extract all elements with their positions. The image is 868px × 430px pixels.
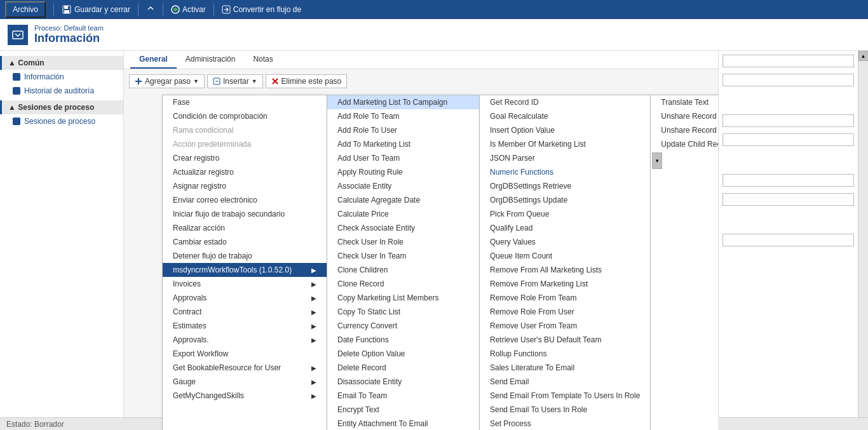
menu-item-json-parser[interactable]: JSON Parser — [480, 151, 650, 165]
activate-btn[interactable]: Activar — [171, 5, 206, 14]
menu-item-email-team[interactable]: Email To Team — [327, 389, 479, 403]
menu-item-msdyncrm[interactable]: msdyncrmWorkflowTools (1.0.52.0) ▶ — [163, 263, 327, 277]
menu-item-orgdb-retrieve[interactable]: OrgDBSettings Retrieve — [480, 179, 650, 193]
menu-item-queue-item-count[interactable]: Queue Item Count — [480, 249, 650, 263]
menu-item-currency[interactable]: Currency Convert — [327, 319, 479, 333]
sidebar: ▲ Común Información Historial de auditor… — [0, 51, 124, 430]
menu-item-contract[interactable]: Contract ▶ — [163, 305, 327, 319]
menu-item-remove-all-marketing[interactable]: Remove From All Marketing Lists — [480, 263, 650, 277]
menu-item-cambiar[interactable]: Cambiar estado — [163, 235, 327, 249]
form-field-1[interactable] — [722, 55, 854, 67]
form-field-7[interactable] — [722, 234, 854, 246]
menu-item-invoices[interactable]: Invoices ▶ — [163, 277, 327, 291]
menu-item-send-email[interactable]: Send Email — [480, 375, 650, 389]
menu-item-delete-record[interactable]: Delete Record — [327, 361, 479, 375]
menu-item-sales-lit[interactable]: Sales Literature To Email — [480, 361, 650, 375]
tab-general[interactable]: General — [130, 51, 177, 69]
menu-item-copy-static[interactable]: Copy To Static List — [327, 305, 479, 319]
menu-item-bookable[interactable]: Get BookableResource for User ▶ — [163, 361, 327, 375]
form-field-6[interactable] — [722, 193, 854, 206]
menu-item-unshare-user[interactable]: Unshare Record With User — [651, 123, 718, 137]
sidebar-item-historial[interactable]: Historial de auditoría — [0, 84, 123, 98]
menu-item-remove-role-user[interactable]: Remove Role From User — [480, 305, 650, 319]
scroll-up-btn[interactable]: ▲ — [858, 51, 869, 61]
vertical-scrollbar[interactable]: ▲ ▼ — [858, 51, 868, 430]
tab-administracion[interactable]: Administración — [177, 51, 245, 69]
menu-item-rama[interactable]: Rama condicional — [163, 123, 327, 137]
menu-item-check-assoc-entity[interactable]: Check Associate Entity — [327, 221, 479, 235]
menu-item-accion-pred[interactable]: Acción predeterminada — [163, 137, 327, 151]
menu-item-correo[interactable]: Enviar correo electrónico — [163, 193, 327, 207]
menu-item-translate[interactable]: Translate Text — [651, 95, 718, 109]
menu-item-actualizar[interactable]: Actualizar registro — [163, 165, 327, 179]
menu-item-query-values[interactable]: Query Values — [480, 235, 650, 249]
menu-item-add-role-team[interactable]: Add Role To Team — [327, 109, 479, 123]
sidebar-item-informacion[interactable]: Información — [0, 70, 123, 84]
attachment-btn[interactable] — [146, 5, 155, 14]
menu-item-detener[interactable]: Detener flujo de trabajo — [163, 249, 327, 263]
menu-item-check-user-role[interactable]: Check User In Role — [327, 235, 479, 249]
menu-item-associate-entity[interactable]: Associate Entity — [327, 179, 479, 193]
menu-item-add-role-user[interactable]: Add Role To User — [327, 123, 479, 137]
menu-item-condicion[interactable]: Condición de comprobación — [163, 109, 327, 123]
menu-item-realizar[interactable]: Realizar acción — [163, 221, 327, 235]
menu-item-remove-from-marketing[interactable]: Remove From Marketing List — [480, 277, 650, 291]
menu-item-qualify-lead[interactable]: Qualify Lead — [480, 221, 650, 235]
menu-item-calc-agg-date[interactable]: Calculate Agregate Date — [327, 193, 479, 207]
menu-item-send-email-template[interactable]: Send Email From Template To Users In Rol… — [480, 389, 650, 403]
menu-item-calc-price[interactable]: Calculate Price — [327, 207, 479, 221]
menu-item-update-child[interactable]: Update Child Records — [651, 137, 718, 151]
menu-item-approvals[interactable]: Approvals ▶ — [163, 291, 327, 305]
menu-item-entity-attach[interactable]: Entity Attachment To Email — [327, 417, 479, 430]
menu-item-goal-recalc[interactable]: Goal Recalculate — [480, 109, 650, 123]
menu-item-delete-option[interactable]: Delete Option Value — [327, 347, 479, 361]
menu-item-add-user-team[interactable]: Add User To Team — [327, 151, 479, 165]
menu-item-get-record-id[interactable]: Get Record ID — [480, 95, 650, 109]
menu-item-send-email-users[interactable]: Send Email To Users In Role — [480, 403, 650, 417]
insertar-button[interactable]: Insertar ▼ — [207, 74, 263, 88]
agregar-paso-button[interactable]: Agregar paso ▼ — [129, 74, 205, 88]
menu-item-add-to-marketing[interactable]: Add To Marketing List — [327, 137, 479, 151]
menu-item-remove-role-team[interactable]: Remove Role From Team — [480, 291, 650, 305]
menu-item-unshare-team[interactable]: Unshare Record With Team — [651, 109, 718, 123]
menu-item-date-functions[interactable]: Date Functions — [327, 333, 479, 347]
menu-item-encrypt[interactable]: Encrypt Text — [327, 403, 479, 417]
menu-item-crear[interactable]: Crear registro — [163, 151, 327, 165]
menu-item-pick-queue[interactable]: Pick From Queue — [480, 207, 650, 221]
menu-item-estimates[interactable]: Estimates ▶ — [163, 319, 327, 333]
form-field-2[interactable] — [722, 74, 854, 86]
menu-item-rollup[interactable]: Rollup Functions — [480, 347, 650, 361]
menu-item-gauge[interactable]: Gauge ▶ — [163, 375, 327, 389]
menu-item-numeric[interactable]: Numeric Functions — [480, 165, 650, 179]
menu-item-export[interactable]: Export Workflow — [163, 347, 327, 361]
archivo-button[interactable]: Archivo — [5, 1, 46, 18]
menu-item-retrieve-user-bu[interactable]: Retrieve User's BU Default Team — [480, 333, 650, 347]
save-icon-btn[interactable]: Guardar y cerrar — [62, 4, 130, 15]
menu-item-is-member[interactable]: Is Member Of Marketing List — [480, 137, 650, 151]
form-field-5[interactable] — [722, 174, 854, 187]
menu-item-getmychanged[interactable]: GetMyChangedSkills ▶ — [163, 389, 327, 403]
menu-item-disassociate[interactable]: Disassociate Entity — [327, 375, 479, 389]
menu-item-clone-children[interactable]: Clone Children — [327, 263, 479, 277]
menu-item-clone-record[interactable]: Clone Record — [327, 277, 479, 291]
menu-item-insert-option[interactable]: Insert Option Value — [480, 123, 650, 137]
eliminar-button[interactable]: Elimine este paso — [266, 74, 348, 88]
menu-item-apply-routing[interactable]: Apply Routing Rule — [327, 165, 479, 179]
menu-item-add-marketing[interactable]: Add Marketing List To Campaign — [327, 95, 479, 109]
menu-item-check-user-team[interactable]: Check User In Team — [327, 249, 479, 263]
menu-item-asignar[interactable]: Asignar registro — [163, 179, 327, 193]
convert-btn[interactable]: Convertir en flujo de — [222, 5, 301, 14]
menu-item-copy-marketing[interactable]: Copy Marketing List Members — [327, 291, 479, 305]
form-field-4[interactable] — [722, 133, 854, 146]
sidebar-item-sessions[interactable]: Sesiones de proceso — [0, 114, 123, 128]
scroll-down-btn[interactable]: ▼ — [652, 152, 662, 169]
menu-item-approvals2[interactable]: Approvals. ▶ — [163, 333, 327, 347]
menu-item-fase[interactable]: Fase — [163, 95, 327, 109]
menu-item-orgdb-update[interactable]: OrgDBSettings Update — [480, 193, 650, 207]
insertar-label: Insertar — [223, 77, 249, 86]
menu-item-flujo-sec[interactable]: Iniciar flujo de trabajo secundario — [163, 207, 327, 221]
menu-item-remove-user-team[interactable]: Remove User From Team — [480, 319, 650, 333]
tab-notas[interactable]: Notas — [244, 51, 281, 69]
form-field-3[interactable] — [722, 114, 854, 127]
menu-item-set-process[interactable]: Set Process — [480, 417, 650, 430]
